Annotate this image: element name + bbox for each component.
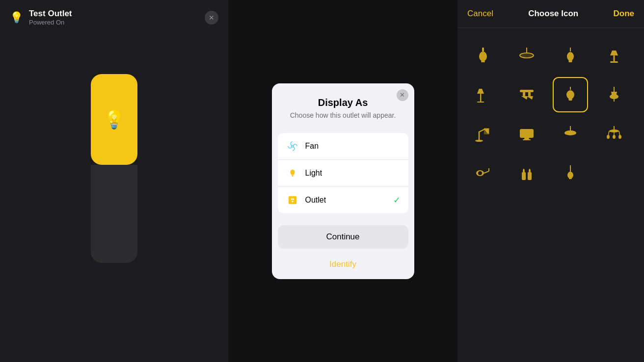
- svg-marker-18: [610, 51, 618, 55]
- modal-close-button[interactable]: ✕: [397, 89, 408, 101]
- svg-point-66: [529, 169, 531, 171]
- option-light[interactable]: Light: [278, 160, 408, 187]
- icon-floor-lamp[interactable]: [465, 77, 501, 112]
- svg-point-48: [565, 130, 575, 133]
- fan-label: Fan: [305, 142, 401, 151]
- display-as-modal: ✕ Display As Choose how this outlet will…: [272, 83, 414, 279]
- svg-point-7: [292, 201, 294, 202]
- svg-rect-5: [291, 198, 292, 200]
- svg-rect-69: [569, 178, 572, 179]
- svg-rect-20: [610, 61, 618, 63]
- svg-point-65: [523, 169, 525, 171]
- svg-rect-45: [523, 139, 531, 140]
- svg-line-59: [484, 171, 489, 173]
- svg-marker-26: [521, 96, 528, 100]
- device-info: Test Outlet Powered On: [29, 9, 199, 26]
- icon-ceiling-disc[interactable]: [553, 116, 588, 152]
- svg-rect-3: [292, 176, 293, 176]
- svg-rect-43: [520, 129, 534, 138]
- svg-point-58: [478, 171, 482, 175]
- svg-rect-62: [528, 172, 532, 180]
- icon-pendant-bulb[interactable]: [465, 38, 501, 73]
- svg-marker-28: [527, 96, 533, 100]
- svg-rect-16: [568, 60, 572, 61]
- left-panel: 💡 Test Outlet Powered On ✕ 💡: [0, 0, 228, 362]
- modal-header: Display As Choose how this outlet will a…: [272, 83, 414, 125]
- device-visual: 💡: [0, 74, 228, 263]
- svg-rect-17: [569, 61, 572, 62]
- device-name: Test Outlet: [29, 9, 199, 19]
- svg-point-54: [607, 135, 610, 139]
- device-header-icon: 💡: [10, 11, 23, 24]
- svg-rect-61: [522, 172, 526, 180]
- svg-rect-25: [523, 92, 525, 96]
- svg-point-1: [290, 169, 295, 175]
- icon-bulb-selected[interactable]: [553, 77, 588, 112]
- identify-button[interactable]: Identify: [272, 253, 414, 276]
- outlet-check: ✓: [393, 195, 401, 206]
- icon-tv-screen[interactable]: [509, 116, 544, 152]
- svg-rect-2: [292, 175, 294, 176]
- device-body: 💡: [91, 74, 137, 165]
- icon-hanging-lamp[interactable]: [596, 77, 632, 112]
- device-close-button[interactable]: ✕: [205, 11, 218, 25]
- right-panel: Cancel Choose Icon Done: [457, 0, 644, 362]
- svg-rect-8: [482, 48, 484, 52]
- modal-subtitle: Choose how this outlet will appear.: [282, 111, 404, 119]
- icon-ring-lamp[interactable]: [509, 38, 544, 73]
- cancel-button[interactable]: Cancel: [467, 9, 493, 19]
- device-stem: [91, 165, 137, 263]
- svg-point-15: [567, 52, 574, 61]
- svg-point-12: [520, 53, 534, 58]
- modal-title: Display As: [282, 97, 404, 108]
- done-button[interactable]: Done: [614, 9, 635, 19]
- svg-marker-21: [477, 89, 484, 94]
- icon-table-lamp-tall[interactable]: [596, 38, 632, 73]
- svg-point-55: [613, 135, 616, 139]
- svg-rect-24: [520, 90, 534, 92]
- svg-point-30: [566, 90, 574, 99]
- svg-rect-23: [477, 102, 484, 103]
- options-list: Fan Light: [278, 133, 408, 213]
- svg-point-56: [618, 135, 621, 139]
- fan-icon: [286, 139, 299, 153]
- svg-rect-6: [293, 198, 294, 200]
- icon-chandelier[interactable]: [596, 116, 632, 152]
- svg-rect-19: [614, 55, 615, 61]
- choose-icon-title: Choose Icon: [528, 9, 578, 19]
- light-label: Light: [305, 169, 401, 178]
- svg-point-68: [567, 172, 573, 179]
- light-icon: [286, 166, 299, 180]
- right-header: Cancel Choose Icon Done: [457, 0, 644, 28]
- svg-rect-44: [524, 138, 529, 139]
- outlet-icon: [286, 193, 299, 207]
- continue-button[interactable]: Continue: [278, 225, 408, 249]
- svg-rect-10: [481, 61, 485, 62]
- icon-bare-bulb[interactable]: [553, 38, 588, 73]
- center-overlay: ✕ Display As Choose how this outlet will…: [228, 0, 457, 362]
- svg-rect-32: [569, 100, 572, 101]
- svg-rect-31: [568, 99, 572, 100]
- device-status: Powered On: [29, 19, 199, 26]
- device-header: 💡 Test Outlet Powered On ✕: [0, 0, 228, 35]
- svg-point-9: [479, 52, 487, 61]
- icon-candles[interactable]: [509, 155, 544, 191]
- icon-track-light[interactable]: [509, 77, 544, 112]
- svg-rect-22: [480, 94, 482, 103]
- svg-rect-27: [528, 92, 531, 96]
- icon-eye-lamp[interactable]: [465, 155, 501, 191]
- svg-marker-36: [611, 92, 617, 97]
- option-outlet[interactable]: Outlet ✓: [278, 187, 408, 213]
- device-bulb-icon: 💡: [103, 109, 125, 130]
- icons-grid: [457, 28, 644, 201]
- option-fan[interactable]: Fan: [278, 133, 408, 160]
- svg-rect-4: [288, 196, 296, 204]
- outlet-label: Outlet: [305, 196, 387, 205]
- svg-point-41: [475, 140, 483, 142]
- icon-pendant-small[interactable]: [553, 155, 588, 191]
- icon-desk-lamp[interactable]: [465, 116, 501, 152]
